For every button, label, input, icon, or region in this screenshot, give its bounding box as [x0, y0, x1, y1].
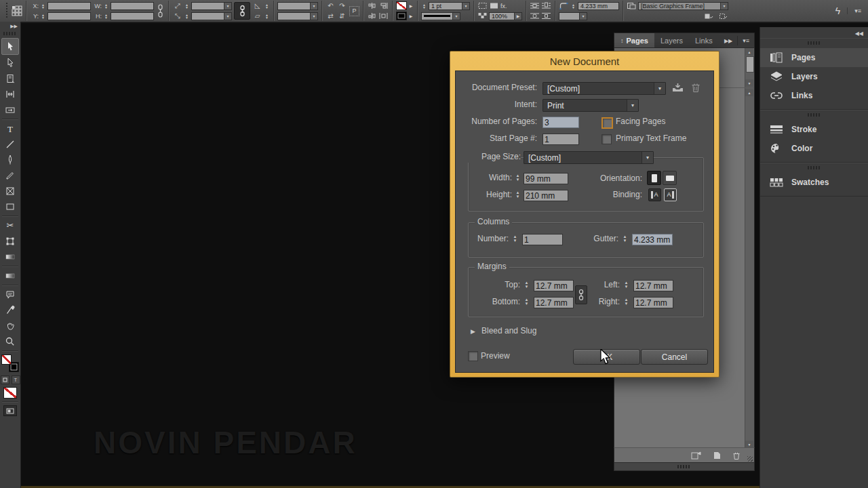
tab-pages[interactable]: ↕ Pages	[614, 33, 654, 48]
type-tool[interactable]: T	[2, 121, 18, 136]
rotate-cw-icon[interactable]: ↷	[337, 2, 347, 10]
make-margins-same-link-button[interactable]	[575, 285, 587, 304]
binding-left-button[interactable]: A	[648, 188, 661, 201]
y-input[interactable]	[47, 12, 91, 20]
shear-angle-input[interactable]: ▾	[277, 12, 318, 20]
pencil-tool[interactable]	[2, 167, 18, 183]
stepper-down-icon[interactable]: ▼	[185, 16, 189, 19]
primary-text-frame-checkbox[interactable]	[601, 134, 612, 144]
direct-selection-tool[interactable]	[2, 55, 18, 70]
h-stepper[interactable]: ▲▼	[103, 14, 109, 19]
margin-top-stepper[interactable]: ▲▼	[523, 279, 530, 290]
gutter-stepper[interactable]: ▲▼	[621, 233, 629, 244]
tab-layers[interactable]: Layers	[654, 33, 689, 48]
fill-well-expand-icon[interactable]: ▶	[408, 14, 414, 18]
h-input[interactable]	[111, 12, 154, 20]
align-top-icon[interactable]	[367, 2, 377, 9]
y-stepper[interactable]: ▲▼	[40, 14, 46, 19]
zoom-tool[interactable]	[2, 333, 18, 349]
line-tool[interactable]	[2, 136, 18, 152]
wrap-none-icon[interactable]	[530, 2, 540, 9]
scale-y-stepper[interactable]: ▲▼	[184, 14, 190, 19]
w-stepper[interactable]: ▲▼	[103, 3, 109, 9]
stepper-down-icon[interactable]: ▼	[525, 302, 529, 306]
bleed-disclosure-icon[interactable]: ▶	[471, 328, 475, 335]
gap-tool[interactable]	[2, 86, 18, 102]
rectangle-tool[interactable]	[2, 199, 18, 214]
gradient-swatch-tool[interactable]	[2, 249, 18, 264]
number-of-pages-input[interactable]	[542, 117, 579, 128]
dropdown-arrow-icon[interactable]: ▾	[310, 3, 317, 9]
effects-object-icon[interactable]	[477, 2, 488, 9]
page-tool[interactable]	[2, 70, 18, 86]
panel-collapse-icon[interactable]: ▶▶	[719, 38, 737, 44]
dropdown-arrow-icon[interactable]: ▾	[452, 13, 460, 20]
stroke-color-well[interactable]	[396, 1, 407, 10]
document-preset-dropdown[interactable]: [Custom] ▾	[542, 82, 666, 95]
margin-left-stepper[interactable]: ▲▼	[623, 279, 630, 290]
stroke-well-expand-icon[interactable]: ▶	[408, 3, 414, 8]
stroke-weight-input[interactable]: 1 pt▾	[429, 2, 470, 10]
constrain-scale-button[interactable]	[234, 2, 250, 20]
orientation-portrait-button[interactable]	[647, 171, 661, 185]
rotation-stepper[interactable]: ▲▼	[264, 3, 270, 9]
corner-shape-dropdown[interactable]: ▾	[559, 12, 587, 20]
save-preset-icon[interactable]	[671, 82, 684, 94]
dock-item-swatches[interactable]: Swatches	[760, 173, 868, 192]
opacity-expand-icon[interactable]: ▶	[514, 13, 521, 20]
tools-drag-handle[interactable]	[3, 32, 17, 35]
margin-left-input[interactable]	[633, 280, 673, 291]
dock-item-color[interactable]: Color	[760, 139, 868, 158]
wrap-jump-icon[interactable]	[541, 12, 551, 20]
stepper-down-icon[interactable]: ▼	[41, 16, 45, 19]
stepper-down-icon[interactable]: ▼	[513, 239, 517, 243]
scale-y-input[interactable]: ▾	[191, 12, 232, 20]
columns-number-input[interactable]	[522, 234, 563, 245]
panel-menu-icon[interactable]: ▾≡	[738, 37, 754, 44]
w-input[interactable]	[111, 2, 154, 10]
select-container-badge[interactable]: P	[349, 6, 359, 16]
stepper-down-icon[interactable]: ▼	[104, 16, 108, 19]
rotation-angle-input[interactable]: ▾	[277, 2, 318, 10]
pages-panel-drag-handle[interactable]	[614, 462, 755, 471]
wrap-object-icon[interactable]	[530, 12, 540, 20]
margin-bottom-stepper[interactable]: ▲▼	[523, 296, 530, 307]
selection-tool[interactable]	[1, 38, 19, 55]
width-input[interactable]	[524, 173, 568, 184]
delete-preset-icon[interactable]	[691, 82, 701, 94]
dock-group-drag-handle[interactable]	[760, 39, 868, 48]
dock-item-layers[interactable]: Layers	[760, 67, 868, 86]
hand-tool[interactable]	[2, 318, 18, 333]
stepper-down-icon[interactable]: ▼	[265, 6, 269, 9]
pen-tool[interactable]	[2, 152, 18, 167]
note-tool[interactable]	[2, 287, 18, 302]
dock-item-pages[interactable]: Pages	[760, 48, 868, 67]
preview-checkbox[interactable]	[468, 351, 478, 361]
create-new-page-icon[interactable]	[713, 451, 722, 460]
height-input[interactable]	[524, 190, 568, 201]
align-bottom-icon[interactable]	[367, 12, 377, 20]
height-stepper[interactable]: ▲▼	[514, 189, 521, 200]
page-size-dropdown[interactable]: [Custom] ▾	[524, 151, 654, 164]
control-panel-menu-icon[interactable]: ▾≡	[847, 7, 861, 14]
edit-page-size-icon[interactable]	[691, 451, 702, 460]
width-stepper[interactable]: ▲▼	[514, 172, 521, 183]
opacity-input[interactable]: 100%▶	[489, 12, 522, 20]
pages-panel-scrollbar[interactable]: ▲ ▼ ▲ ▼	[745, 48, 754, 448]
free-transform-tool[interactable]	[2, 233, 18, 249]
stepper-down-icon[interactable]: ▼	[185, 6, 189, 9]
margin-right-stepper[interactable]: ▲▼	[623, 296, 630, 307]
dropdown-arrow-icon[interactable]: ▾	[720, 3, 728, 9]
tab-links[interactable]: Links	[689, 33, 719, 48]
reference-point-proxy[interactable]	[12, 5, 22, 16]
distribute-icon[interactable]	[378, 12, 389, 20]
object-style-dropdown[interactable]: [Basic Graphics Frame]▾	[638, 2, 728, 10]
dropdown-arrow-icon[interactable]: ▾	[627, 100, 638, 111]
wrap-bounding-icon[interactable]	[541, 2, 551, 9]
stepper-down-icon[interactable]: ▼	[516, 178, 520, 182]
constrain-proportions-icon[interactable]	[156, 3, 165, 18]
scissors-tool[interactable]: ✂	[2, 218, 18, 233]
start-page-input[interactable]	[542, 134, 579, 145]
x-input[interactable]	[47, 2, 91, 10]
x-stepper[interactable]: ▲▼	[40, 3, 46, 9]
